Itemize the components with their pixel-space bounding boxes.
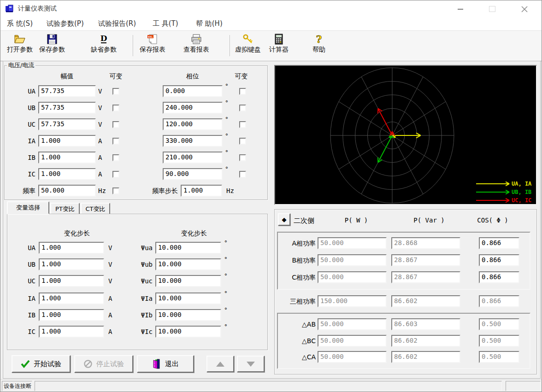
step-ia-label: IA: [21, 295, 35, 302]
open-folder-icon: [14, 33, 26, 45]
ic-amp-variable-checkbox[interactable]: [112, 171, 119, 178]
step-ic-unit: A: [108, 328, 112, 335]
ua-phase-deg: °: [225, 82, 229, 89]
toolbar: 打开参数 保存参数 D 缺省参数: [0, 31, 542, 61]
psi-ub-step-input[interactable]: 10.000: [155, 258, 221, 270]
ib-phase-deg: °: [225, 149, 229, 156]
psi-ub-label: Ψub: [130, 261, 153, 268]
psi-ib-label: ΨIb: [130, 311, 153, 319]
ib-phase-input[interactable]: 210.000: [163, 152, 223, 164]
p-var-header: P( Var ): [406, 216, 452, 224]
menu-test-params[interactable]: 试验参数(P): [47, 19, 84, 28]
minimize-button[interactable]: [450, 0, 471, 18]
ia-step-input[interactable]: 1.000: [39, 293, 104, 304]
exit-button[interactable]: 退出: [137, 355, 194, 373]
up-arrow-icon: [216, 362, 224, 367]
help-question-icon: ?: [313, 33, 325, 45]
scroll-up-button[interactable]: [206, 356, 234, 372]
step-left-header: 变化步长: [51, 229, 103, 238]
save-params-button[interactable]: 保存参数: [37, 33, 67, 59]
ub-step-input[interactable]: 1.000: [39, 258, 104, 270]
delta-ca-p-field: 50.000: [318, 351, 387, 363]
save-report-button[interactable]: EXL 保存报表: [138, 33, 167, 59]
three-phase-p-field: 150.000: [318, 295, 387, 307]
frequency-input[interactable]: 50.000: [38, 185, 96, 197]
ub-phase-variable-checkbox[interactable]: [239, 105, 246, 111]
uc-amp-variable-checkbox[interactable]: [112, 121, 119, 128]
svg-text:UB, IB: UB, IB: [512, 189, 531, 195]
diamond-icon: ◆: [282, 216, 287, 223]
menu-bar: 系 统(S) 试验参数(P) 试验报告(R) 工 具(T) 帮 助(H): [0, 18, 542, 31]
delta-ca-cos-field: 0.500: [479, 351, 519, 363]
ib-phase-variable-checkbox[interactable]: [239, 154, 246, 161]
ic-step-input[interactable]: 1.000: [39, 326, 104, 338]
step-ua-label: UA: [21, 244, 35, 252]
tab-variable-select[interactable]: 变量选择: [7, 201, 49, 214]
ia-phase-input[interactable]: 330.000: [163, 135, 223, 147]
uc-phase-input[interactable]: 120.000: [163, 118, 223, 130]
ua-phase-variable-checkbox[interactable]: [239, 88, 246, 95]
maximize-icon: [489, 6, 495, 12]
menu-tools[interactable]: 工 具(T): [153, 19, 178, 28]
psi-ic-step-input[interactable]: 10.000: [155, 326, 221, 338]
ib-label: IB: [19, 154, 35, 161]
open-params-button[interactable]: 打开参数: [5, 33, 35, 59]
help-button[interactable]: ? 帮助: [304, 33, 334, 59]
psi-ua-step-input[interactable]: 10.000: [155, 242, 221, 254]
menu-test-report[interactable]: 试验报告(R): [98, 19, 136, 28]
ua-label: UA: [19, 88, 35, 95]
uc-step-input[interactable]: 1.000: [39, 275, 104, 287]
ub-phase-input[interactable]: 240.000: [163, 102, 223, 114]
uc-amplitude-input[interactable]: 57.735: [38, 118, 96, 130]
scroll-down-button[interactable]: [237, 356, 265, 372]
step-ic-label: IC: [21, 328, 35, 335]
variable-header: 可变: [106, 72, 126, 81]
ub-amplitude-input[interactable]: 57.735: [38, 102, 96, 114]
virtual-keyboard-button[interactable]: 虚拟键盘: [233, 33, 263, 59]
close-button[interactable]: [514, 0, 535, 18]
maximize-button[interactable]: [482, 0, 503, 18]
tab-ct-ratio[interactable]: CT变比: [81, 203, 110, 214]
secondary-side-label: 二次侧: [294, 216, 321, 225]
ic-phase-input[interactable]: 90.000: [163, 168, 223, 180]
ia-amp-variable-checkbox[interactable]: [112, 138, 119, 145]
ua-amplitude-input[interactable]: 57.735: [38, 85, 96, 97]
ua-step-input[interactable]: 1.000: [39, 242, 104, 254]
calculator-icon: [273, 33, 285, 45]
calculator-button[interactable]: 计算器: [266, 33, 292, 59]
ib-amplitude-input[interactable]: 1.000: [38, 152, 96, 164]
ua-phase-input[interactable]: 0.000: [163, 85, 223, 97]
ia-amplitude-input[interactable]: 1.000: [38, 135, 96, 147]
ub-label: UB: [19, 104, 35, 111]
exit-door-icon: [152, 359, 161, 369]
psi-ib-step-input[interactable]: 10.000: [155, 309, 221, 321]
frequency-step-input[interactable]: 1.000: [181, 185, 222, 197]
ia-phase-deg: °: [225, 132, 229, 139]
psi-uc-step-input[interactable]: 10.000: [155, 275, 221, 287]
menu-help[interactable]: 帮 助(H): [196, 19, 223, 28]
default-params-d-icon: D: [98, 33, 110, 45]
delta-bc-cos-field: 0.500: [479, 335, 519, 347]
three-phase-label: 三相功率: [273, 298, 316, 306]
ub-amp-variable-checkbox[interactable]: [112, 105, 119, 111]
menu-system[interactable]: 系 统(S): [7, 19, 33, 28]
ib-step-input[interactable]: 1.000: [39, 309, 104, 321]
ia-unit: A: [98, 137, 102, 145]
ia-phase-variable-checkbox[interactable]: [239, 138, 246, 145]
uc-phase-variable-checkbox[interactable]: [239, 121, 246, 128]
secondary-side-button[interactable]: ◆: [278, 213, 290, 226]
ib-amp-variable-checkbox[interactable]: [112, 154, 119, 161]
tab-pt-ratio[interactable]: PT变比: [50, 203, 80, 214]
close-icon: [521, 6, 528, 12]
view-report-button[interactable]: 查看报表: [182, 33, 211, 59]
psi-ia-step-input[interactable]: 10.000: [155, 293, 221, 304]
ic-phase-variable-checkbox[interactable]: [239, 171, 246, 178]
stop-test-button[interactable]: 停止试验: [74, 355, 133, 373]
ib-unit: A: [98, 154, 102, 161]
svg-text:?: ?: [316, 33, 322, 45]
ua-amp-variable-checkbox[interactable]: [112, 88, 119, 95]
start-test-button[interactable]: 开始试验: [12, 355, 71, 373]
ic-amplitude-input[interactable]: 1.000: [38, 168, 96, 180]
default-params-button[interactable]: D 缺省参数: [89, 33, 118, 59]
frequency-variable-checkbox[interactable]: [112, 187, 119, 194]
